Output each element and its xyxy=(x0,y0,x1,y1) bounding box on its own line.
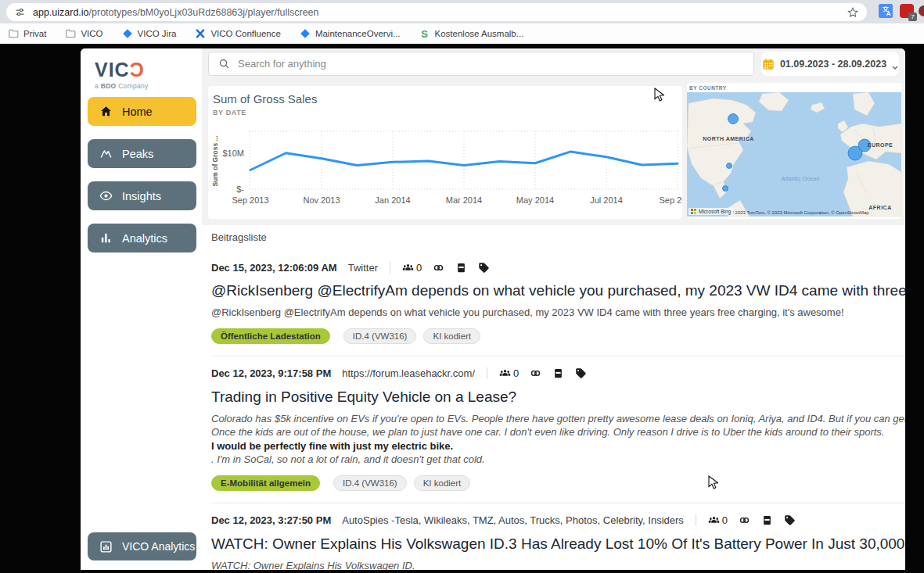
date-range-picker[interactable]: 01.09.2023 - 28.09.2023 xyxy=(761,52,899,76)
tag-pill[interactable]: KI kodiert xyxy=(414,475,471,491)
post-tags: Öffentliche LadestationID.4 (VW316)KI ko… xyxy=(211,328,905,344)
line-chart[interactable]: Sep 2013Nov 2013Jan 2014Mar 2014May 2014… xyxy=(208,127,682,217)
users-icon xyxy=(708,514,720,526)
calendar-icon xyxy=(762,58,775,70)
extension-icon[interactable]: 7 xyxy=(900,4,914,18)
link-icon[interactable] xyxy=(433,262,444,274)
world-map[interactable]: NORTH AMERICA EUROPE AFRICA Atlantic Oce… xyxy=(687,92,901,217)
post-body-line: I would be perfectly fine with just my e… xyxy=(211,439,905,453)
svg-text:Sum of Gross ...: Sum of Gross ... xyxy=(211,135,219,186)
post-title[interactable]: WATCH: Owner Explains His Volkswagen ID.… xyxy=(211,534,905,554)
meta-divider xyxy=(487,367,487,379)
post-meta: Dec 12, 2023, 9:17:58 PMhttps://forum.le… xyxy=(211,367,905,381)
analytics-box-icon xyxy=(99,540,113,553)
svg-text:Sep 2013: Sep 2013 xyxy=(232,195,268,205)
post-body: Colorado has $5k incentive on EVs if you… xyxy=(211,412,905,467)
posts-list-title: Beitragsliste xyxy=(211,231,905,243)
meta-divider xyxy=(390,262,390,274)
post-body-line: . I'm in SoCal, so not a lot of rain, an… xyxy=(211,453,905,467)
bookmark-item[interactable]: Privat xyxy=(8,28,46,39)
users-icon xyxy=(499,367,511,379)
map-region-label: AFRICA xyxy=(868,205,891,210)
page-background: VICƆ a BDO Company HomePeaksInsightsAnal… xyxy=(0,44,924,573)
search-icon xyxy=(218,58,230,70)
map-canvas[interactable] xyxy=(687,92,901,217)
post-source[interactable]: AutoSpies -Tesla, Wikileaks, TMZ, Autos,… xyxy=(342,514,684,526)
engagement-indicator[interactable]: 0 xyxy=(499,367,519,379)
url-bar[interactable]: app.uizard.io/prototypes/bM0yoLjx03uRdz6… xyxy=(6,3,867,21)
sidebar-item-insights[interactable]: Insights xyxy=(88,181,196,210)
post-title[interactable]: Trading in Positive Equity Vehicle on a … xyxy=(211,387,905,407)
bookmark-star-icon[interactable] xyxy=(847,6,859,19)
sidebar-nav: HomePeaksInsightsAnalytics xyxy=(88,97,196,266)
mouse-cursor xyxy=(708,475,718,489)
engagement-indicator[interactable]: 0 xyxy=(708,514,728,526)
post-source[interactable]: Twitter xyxy=(348,262,378,274)
site-settings-icon[interactable] xyxy=(14,6,26,18)
tag-pill[interactable]: ID.4 (VW316) xyxy=(333,475,407,491)
post-date: Dec 12, 2023, 3:27:50 PM xyxy=(211,514,331,526)
browser-toolbar: app.uizard.io/prototypes/bM0yoLjx03uRdz6… xyxy=(0,0,924,23)
folder-icon xyxy=(8,28,19,39)
bookmark-label: VICO Confluence xyxy=(210,29,281,38)
tag-pill[interactable]: KI kodiert xyxy=(423,328,480,344)
sidebar-item-label: Analytics xyxy=(122,232,167,245)
chart-subtitle: BY DATE xyxy=(213,109,246,116)
map-bubble-mexico[interactable] xyxy=(723,186,728,192)
tag-icon[interactable] xyxy=(478,262,490,274)
post-source[interactable]: https://forum.leasehackr.com/ xyxy=(342,367,475,379)
search-bar[interactable] xyxy=(208,52,754,76)
map-bubble-canada[interactable] xyxy=(728,114,739,124)
bookmark-item[interactable]: SKostenlose Ausmalb... xyxy=(419,28,524,40)
sidebar-item-analytics[interactable]: Analytics xyxy=(88,224,196,252)
bookmark-item[interactable]: VICO xyxy=(65,28,102,39)
bookmark-label: MaintenanceOvervi... xyxy=(315,29,401,38)
engagement-indicator[interactable]: 0 xyxy=(402,262,422,274)
s-letter-icon: S xyxy=(419,28,430,40)
bookmark-item[interactable]: VICO Confluence xyxy=(195,28,281,39)
logo-text: VICƆ xyxy=(95,59,149,81)
tag-pill[interactable]: ID.4 (VW316) xyxy=(343,328,417,344)
tag-pill[interactable]: Öffentliche Ladestation xyxy=(211,328,330,344)
sidebar-item-home[interactable]: Home xyxy=(88,97,196,126)
bookmark-label: Privat xyxy=(23,29,46,38)
tag-icon[interactable] xyxy=(784,514,796,526)
post-meta-icons: 0 xyxy=(402,262,490,274)
sidebar-item-vico-analytics[interactable]: VICO Analytics xyxy=(88,532,196,560)
tag-icon[interactable] xyxy=(575,367,587,379)
link-icon[interactable] xyxy=(739,514,750,526)
bookmark-label: VICO xyxy=(81,29,102,38)
post-item: Dec 12, 2023, 9:17:58 PMhttps://forum.le… xyxy=(211,367,905,503)
post-tags: E-Mobilität allgemeinID.4 (VW316)KI kodi… xyxy=(211,475,905,491)
post-item: Dec 15, 2023, 12:06:09 AMTwitter0@RickIs… xyxy=(211,260,905,356)
post-body: @RickIsenberg @ElectrifyAm depends on wh… xyxy=(211,306,905,320)
peaks-icon xyxy=(99,147,113,160)
diamond-icon xyxy=(300,28,311,39)
svg-text:$-: $- xyxy=(236,184,244,194)
svg-text:Mar 2014: Mar 2014 xyxy=(446,195,482,205)
post-body-line: WATCH: Owner Explains His Volkswagen ID. xyxy=(211,559,905,571)
book-icon[interactable] xyxy=(455,262,467,274)
link-icon[interactable] xyxy=(530,367,541,379)
map-region-label: NORTH AMERICA xyxy=(703,136,754,141)
post-body-line: Colorado has $5k incentive on EVs if you… xyxy=(211,412,905,426)
translate-extension-icon[interactable] xyxy=(879,4,893,18)
tag-pill[interactable]: E-Mobilität allgemein xyxy=(211,475,320,491)
map-card: BY COUNTRY xyxy=(687,83,901,219)
search-input[interactable] xyxy=(238,58,744,70)
book-icon[interactable] xyxy=(761,514,773,526)
engagement-count: 0 xyxy=(722,514,728,526)
bookmark-item[interactable]: MaintenanceOvervi... xyxy=(300,28,401,39)
book-icon[interactable] xyxy=(552,367,564,379)
engagement-count: 0 xyxy=(513,367,519,379)
map-bubble-us[interactable] xyxy=(727,163,732,169)
url-text[interactable]: app.uizard.io/prototypes/bM0yoLjx03uRdz6… xyxy=(33,7,847,18)
post-title[interactable]: @RickIsenberg @ElectrifyAm depends on wh… xyxy=(211,281,905,301)
map-label: BY COUNTRY xyxy=(687,83,901,92)
bar-chart-icon xyxy=(99,231,113,245)
engagement-count: 0 xyxy=(416,262,422,274)
sidebar-item-peaks[interactable]: Peaks xyxy=(88,139,196,168)
bookmark-item[interactable]: VICO Jira xyxy=(122,28,177,39)
sidebar-item-label: Insights xyxy=(122,190,161,202)
mouse-cursor xyxy=(654,88,664,102)
